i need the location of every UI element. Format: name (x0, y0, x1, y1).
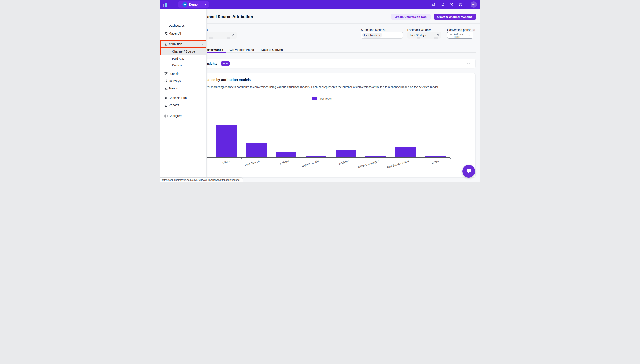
sparkles-icon (164, 32, 168, 36)
status-url-tooltip: https://app.usermaven.com/env/UMJoAieDi5… (160, 177, 243, 182)
bar-organic-social[interactable] (306, 156, 326, 158)
sidebar-item-contacts-hub[interactable]: Contacts Hub (160, 95, 207, 101)
bar-other-campaigns[interactable] (365, 156, 386, 158)
sidebar-item-label: Reports (169, 104, 179, 107)
sidebar-item-label: Maven AI (169, 32, 181, 35)
chat-bubble-icon (465, 168, 472, 174)
first-touch-chip[interactable]: First Touch ✕ (362, 33, 382, 38)
sidebar-item-attribution[interactable]: Attribution (160, 41, 207, 48)
bar-direct[interactable] (216, 125, 237, 158)
category-label: Affiliates (339, 159, 349, 166)
category-label: Organic Social (301, 159, 319, 168)
sidebar-item-trends[interactable]: Trends (160, 85, 207, 92)
chevron-down-icon[interactable] (467, 62, 470, 66)
conversion-period-button[interactable]: Last 30 days (447, 32, 473, 38)
sidebar-item-label: Paid Ads (172, 57, 184, 60)
sidebar-item-label: Content (172, 64, 183, 67)
category-label: Paid Search Brand (386, 159, 409, 169)
updown-chevron-icon (232, 34, 234, 37)
sidebar-item-journeys[interactable]: Journeys (160, 78, 207, 84)
chart-x-axis (181, 158, 450, 158)
trend-chart-icon (164, 87, 168, 90)
chip-remove-icon[interactable]: ✕ (378, 34, 380, 36)
chevron-down-icon (204, 3, 207, 6)
sidebar-item-label: Funnels (169, 72, 179, 76)
ai-insights-panel[interactable]: AI Insights NEW (169, 59, 476, 68)
tab-conversion-paths[interactable]: Conversion Paths (230, 48, 254, 52)
category-label: Direct (222, 159, 230, 164)
chevron-down-icon (201, 42, 204, 46)
chart-gridline (181, 110, 450, 110)
user-icon (164, 96, 168, 100)
sidebar-item-reports[interactable]: Reports (160, 102, 207, 108)
funnel-icon (164, 72, 168, 76)
info-icon: ⓘ (432, 28, 434, 32)
sidebar-item-dashboards[interactable]: Dashboards (160, 22, 207, 29)
sidebar-item-label: Dashboards (169, 24, 185, 27)
sidebar-flyout: DashboardsMaven AIAttributionChannel / S… (160, 9, 207, 182)
bar-affiliates[interactable] (336, 150, 356, 158)
route-icon (164, 79, 168, 83)
announcements-megaphone-icon[interactable] (438, 0, 447, 9)
notifications-bell-icon[interactable] (429, 0, 438, 9)
sidebar-item-label: Trends (169, 87, 178, 90)
info-icon: ⓘ (386, 28, 388, 32)
category-label: Paid Search (244, 159, 260, 167)
app-bar: m Demo MA (160, 0, 480, 9)
chevron-down-icon (468, 34, 471, 36)
bar-paid-search-brand[interactable] (395, 147, 416, 158)
sidebar-item-paid-ads[interactable]: Paid Ads (160, 56, 207, 62)
dollar-badge-icon (164, 42, 168, 46)
gear-icon (164, 114, 168, 118)
sidebar-item-label: Contacts Hub (169, 96, 187, 100)
new-badge: NEW (221, 62, 230, 66)
attribution-chart-card: Channel performance by attribution model… (169, 73, 476, 178)
custom-channel-mapping-button[interactable]: Custom Channel Mapping (434, 14, 476, 20)
app-screen: Channel Source Attribution Create Conver… (160, 0, 480, 182)
report-icon (164, 104, 168, 107)
sidebar-item-channel-source[interactable]: Channel / Source (160, 48, 207, 55)
sidebar-item-label: Journeys (169, 79, 181, 83)
page-title: Channel Source Attribution (201, 14, 253, 19)
lookback-window-select[interactable]: Last 30 days (407, 32, 441, 38)
axis-tick (391, 158, 391, 159)
bar-chart-plot: Organic SearchDirectPaid SearchReferralO… (181, 73, 450, 178)
help-icon[interactable] (447, 0, 456, 9)
bar-referral[interactable] (276, 152, 296, 158)
workspace-switcher[interactable]: m Demo (178, 1, 209, 8)
tab-days-to-convert[interactable]: Days to Convert (261, 48, 283, 52)
axis-tick (212, 158, 212, 159)
category-label: Referral (279, 159, 290, 165)
axis-tick (271, 158, 271, 159)
axis-tick (450, 158, 451, 159)
sidebar-item-label: Configure (169, 114, 182, 118)
axis-tick (421, 158, 421, 159)
sidebar-item-configure[interactable]: Configure (160, 113, 207, 119)
appbar-divider (466, 3, 466, 6)
settings-gear-icon[interactable] (456, 0, 465, 9)
axis-tick (331, 158, 331, 159)
category-label: Email (431, 159, 439, 164)
sidebar-item-content[interactable]: Content (160, 62, 207, 68)
grid-icon (164, 24, 168, 28)
calendar-icon (449, 34, 453, 37)
workspace-name: Demo (189, 3, 198, 6)
create-conversion-goal-button[interactable]: Create Conversion Goal (391, 14, 431, 20)
tabs-track (226, 52, 476, 52)
bar-paid-search[interactable] (246, 142, 266, 158)
chat-launcher-button[interactable] (462, 165, 475, 178)
chart-gridline (181, 122, 450, 122)
user-avatar[interactable]: MA (471, 2, 477, 8)
page-actions: Create Conversion Goal Custom Channel Ma… (391, 14, 476, 20)
bar-email[interactable] (425, 156, 446, 158)
sidebar-item-maven-ai[interactable]: Maven AI (160, 30, 207, 37)
sidebar-item-funnels[interactable]: Funnels (160, 70, 207, 77)
header-separator (160, 23, 480, 24)
info-icon: ⓘ (472, 28, 475, 32)
usermaven-logo-icon[interactable] (163, 2, 168, 8)
workspace-avatar: m (182, 2, 187, 7)
category-label: Other Campaigns (358, 159, 379, 169)
sidebar-item-label: Attribution (169, 42, 182, 46)
attribution-models-input[interactable]: First Touch ✕ (361, 32, 403, 38)
updown-chevron-icon (437, 34, 439, 37)
